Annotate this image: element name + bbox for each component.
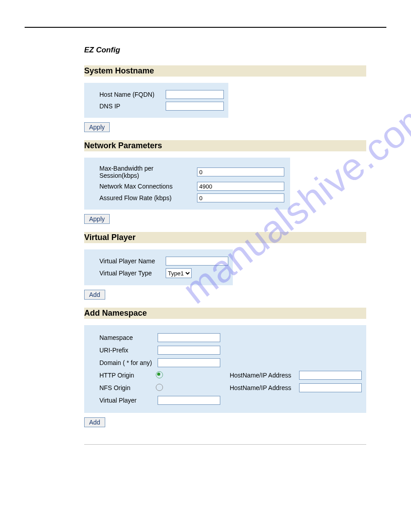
label-assured-flow-rate: Assured Flow Rate (kbps) [99,194,193,202]
section-virtual-player: Virtual Player [84,232,366,243]
input-uri-prefix[interactable] [158,346,220,355]
label-uri-prefix: URI-Prefix [99,347,158,354]
label-http-hostip: HostName/IP Address [225,372,299,379]
label-vp-name: Virtual Player Name [99,257,162,265]
label-nfs-origin: NFS Origin [99,384,156,391]
apply-network-button[interactable]: Apply [84,214,110,224]
top-rule [25,27,386,28]
radio-nfs-origin[interactable] [156,384,163,391]
label-nfs-hostip: HostName/IP Address [225,384,299,391]
input-namespace[interactable] [158,333,220,342]
section-network-parameters: Network Parameters [84,140,366,151]
panel-add-namespace: Namespace URI-Prefix Domain ( * for any)… [84,325,366,413]
input-max-bandwidth[interactable] [197,167,284,176]
add-vp-button[interactable]: Add [84,290,105,300]
apply-hostname-button[interactable]: Apply [84,122,110,132]
bottom-rule [84,444,366,445]
panel-network-parameters: Max-Bandwidth per Session(kbps) Network … [84,158,290,210]
input-dns-ip[interactable] [166,102,224,111]
input-vp-name[interactable] [166,257,228,266]
radio-http-origin[interactable] [156,371,163,378]
label-max-bandwidth: Max-Bandwidth per Session(kbps) [99,165,193,179]
add-namespace-button[interactable]: Add [84,417,105,427]
panel-system-hostname: Host Name (FQDN) DNS IP [84,83,228,118]
label-vp-type: Virtual Player Type [99,270,162,277]
input-domain[interactable] [158,358,220,367]
input-ns-vp[interactable] [158,396,220,405]
input-host-name[interactable] [166,90,224,99]
label-ns-vp: Virtual Player [99,397,158,404]
label-max-connections: Network Max Connections [99,183,193,190]
label-namespace: Namespace [99,334,158,341]
section-add-namespace: Add Namespace [84,308,366,319]
input-max-connections[interactable] [197,182,284,191]
select-vp-type[interactable]: Type1 [166,268,192,278]
label-dns-ip: DNS IP [99,103,162,110]
input-assured-flow-rate[interactable] [197,193,284,202]
input-nfs-hostip[interactable] [299,383,362,392]
panel-virtual-player: Virtual Player Name Virtual Player Type … [84,249,233,285]
section-system-hostname: System Hostname [84,65,366,77]
label-http-origin: HTTP Origin [99,372,156,379]
label-host-name: Host Name (FQDN) [99,91,162,98]
label-domain: Domain ( * for any) [99,359,158,366]
input-http-hostip[interactable] [299,371,362,380]
page-title: EZ Config [84,46,366,55]
